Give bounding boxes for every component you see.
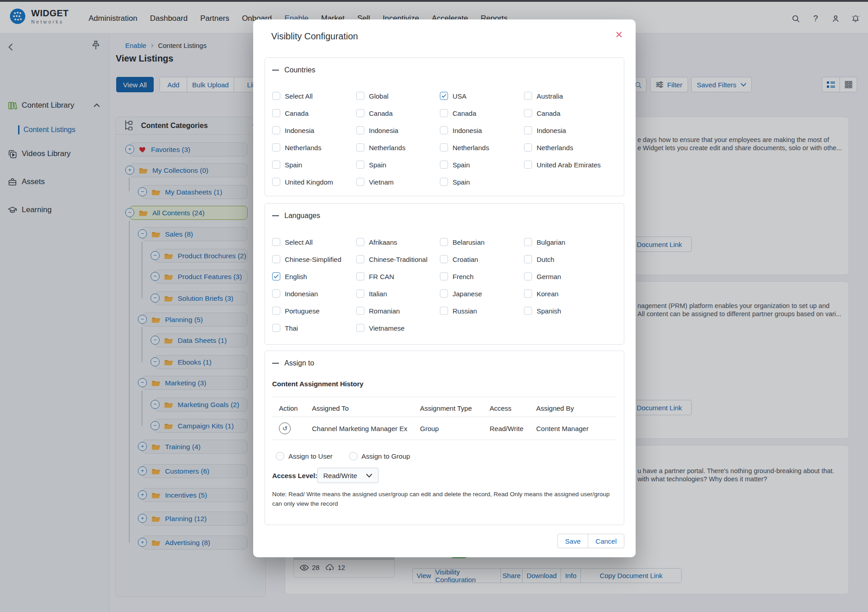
- checkbox-option[interactable]: English: [272, 272, 356, 280]
- checkbox[interactable]: [440, 272, 448, 280]
- collapse-section-icon[interactable]: [272, 215, 279, 216]
- assign-section-header[interactable]: Assign to: [272, 359, 314, 367]
- checkbox[interactable]: [524, 126, 532, 134]
- close-icon[interactable]: ✕: [615, 29, 623, 40]
- checkbox-option[interactable]: Spain: [440, 161, 524, 169]
- checkbox-option[interactable]: Vietnam: [356, 178, 440, 186]
- checkbox-option[interactable]: Indonesia: [356, 126, 440, 134]
- checkbox-option[interactable]: Indonesia: [440, 126, 524, 134]
- checkbox[interactable]: [524, 109, 532, 117]
- checkbox-option[interactable]: Spain: [440, 178, 524, 186]
- checkbox-option[interactable]: German: [524, 272, 619, 280]
- checkbox-option[interactable]: Canada: [440, 109, 524, 117]
- checkbox[interactable]: [440, 126, 448, 134]
- checkbox-option[interactable]: Netherlands: [272, 143, 356, 152]
- checkbox-option[interactable]: Italian: [356, 289, 440, 298]
- checkbox[interactable]: [272, 126, 280, 134]
- checkbox[interactable]: [356, 272, 364, 280]
- checkbox-option[interactable]: Netherlands: [524, 143, 619, 152]
- checkbox-option[interactable]: Vietnamese: [356, 324, 440, 332]
- checkbox-option[interactable]: Chinese-Simplified: [272, 255, 356, 263]
- checkbox-option[interactable]: Spain: [272, 161, 356, 169]
- checkbox-option[interactable]: Japanese: [440, 289, 524, 298]
- checkbox-option[interactable]: Spanish: [524, 307, 619, 315]
- checkbox[interactable]: [356, 178, 364, 186]
- checkbox-option[interactable]: United Kingdom: [272, 178, 356, 186]
- assign-to-group-radio[interactable]: Assign to Group: [349, 452, 410, 460]
- checkbox-option[interactable]: Australia: [524, 92, 619, 100]
- checkbox-option[interactable]: Russian: [440, 307, 524, 315]
- checkbox-option[interactable]: Canada: [272, 109, 356, 117]
- checkbox[interactable]: [524, 307, 532, 315]
- checkbox-option[interactable]: Netherlands: [356, 143, 440, 152]
- checkbox[interactable]: [356, 307, 364, 315]
- checkbox-option[interactable]: Canada: [356, 109, 440, 117]
- checkbox[interactable]: [524, 92, 532, 100]
- checkbox[interactable]: [356, 143, 364, 152]
- checkbox-option[interactable]: United Arab Emirates: [524, 161, 619, 169]
- checkbox-option[interactable]: Indonesian: [272, 289, 356, 298]
- checkbox[interactable]: [440, 307, 448, 315]
- checkbox[interactable]: [524, 238, 532, 246]
- checkbox[interactable]: [524, 289, 532, 298]
- checkbox-option[interactable]: Afrikaans: [356, 238, 440, 246]
- checkbox[interactable]: [356, 324, 364, 332]
- checkbox[interactable]: [272, 324, 280, 332]
- checkbox[interactable]: [356, 289, 364, 298]
- checkbox-option[interactable]: Croatian: [440, 255, 524, 263]
- checkbox-option[interactable]: Select All: [272, 92, 356, 100]
- checkbox[interactable]: [440, 178, 448, 186]
- checkbox-option[interactable]: Global: [356, 92, 440, 100]
- assign-to-user-radio[interactable]: Assign to User: [276, 452, 333, 460]
- checkbox-option[interactable]: Bulgarian: [524, 238, 619, 246]
- checkbox-option[interactable]: USA: [440, 92, 524, 100]
- checkbox-option[interactable]: Chinese-Traditional: [356, 255, 440, 263]
- checkbox[interactable]: [440, 238, 448, 246]
- checkbox[interactable]: [272, 178, 280, 186]
- collapse-section-icon[interactable]: [272, 363, 279, 364]
- checkbox[interactable]: [272, 307, 280, 315]
- checkbox[interactable]: [272, 143, 280, 152]
- checkbox-option[interactable]: Romanian: [356, 307, 440, 315]
- checkbox-option[interactable]: Thai: [272, 324, 356, 332]
- checkbox[interactable]: [272, 109, 280, 117]
- checkbox-option[interactable]: Portuguese: [272, 307, 356, 315]
- checkbox-option[interactable]: Indonesia: [272, 126, 356, 134]
- checkbox-option[interactable]: Dutch: [524, 255, 619, 263]
- checkbox-option[interactable]: Select All: [272, 238, 356, 246]
- checkbox[interactable]: [524, 255, 532, 263]
- radio-circle[interactable]: [276, 452, 284, 460]
- checkbox[interactable]: [440, 143, 448, 152]
- checkbox[interactable]: [272, 272, 280, 280]
- checkbox[interactable]: [272, 289, 280, 298]
- checkbox-option[interactable]: Spain: [356, 161, 440, 169]
- languages-section-header[interactable]: Languages: [272, 212, 320, 220]
- checkbox[interactable]: [440, 109, 448, 117]
- checkbox-option[interactable]: FR CAN: [356, 272, 440, 280]
- checkbox[interactable]: [272, 255, 280, 263]
- checkbox-option[interactable]: Korean: [524, 289, 619, 298]
- countries-section-header[interactable]: Countries: [272, 66, 315, 74]
- checkbox-option[interactable]: French: [440, 272, 524, 280]
- checkbox[interactable]: [356, 238, 364, 246]
- checkbox[interactable]: [356, 161, 364, 169]
- checkbox[interactable]: [524, 161, 532, 169]
- cancel-button[interactable]: Cancel: [588, 534, 624, 548]
- checkbox[interactable]: [356, 126, 364, 134]
- checkbox[interactable]: [356, 255, 364, 263]
- save-button[interactable]: Save: [557, 534, 588, 548]
- checkbox-option[interactable]: Indonesia: [524, 126, 619, 134]
- radio-circle[interactable]: [349, 452, 358, 460]
- checkbox[interactable]: [272, 161, 280, 169]
- collapse-section-icon[interactable]: [272, 70, 279, 71]
- checkbox[interactable]: [440, 289, 448, 298]
- checkbox[interactable]: [524, 143, 532, 152]
- checkbox[interactable]: [272, 92, 280, 100]
- checkbox[interactable]: [440, 255, 448, 263]
- checkbox-option[interactable]: Netherlands: [440, 143, 524, 152]
- checkbox[interactable]: [356, 92, 364, 100]
- checkbox[interactable]: [440, 92, 448, 100]
- checkbox[interactable]: [356, 109, 364, 117]
- und o-action-button[interactable]: ↺: [279, 422, 291, 434]
- checkbox[interactable]: [272, 238, 280, 246]
